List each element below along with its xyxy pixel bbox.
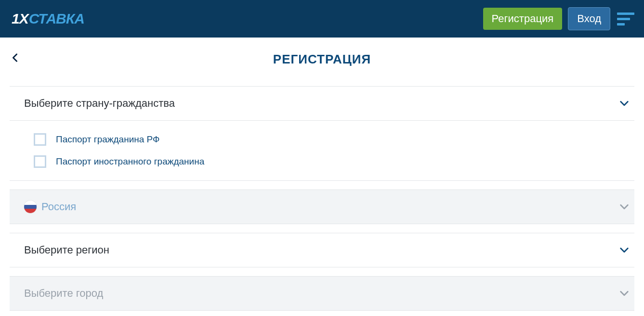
region-label: Выберите регион [24,244,109,256]
region-select[interactable]: Выберите регион [10,233,634,267]
checkbox-icon[interactable] [34,155,46,168]
page-title: РЕГИСТРАЦИЯ [10,52,634,67]
chevron-down-icon [619,288,630,299]
chevron-down-icon [619,202,630,212]
login-button[interactable]: Вход [568,7,610,30]
register-button[interactable]: Регистрация [483,8,563,30]
menu-icon[interactable] [616,10,635,27]
passport-option-foreign[interactable]: Паспорт иностранного гражданина [34,151,630,173]
passport-type-block: Паспорт гражданина РФ Паспорт иностранно… [10,121,634,181]
country-select[interactable]: Россия [10,190,634,224]
country-selected-label: Россия [41,201,76,213]
back-button[interactable] [10,51,20,68]
city-label: Выберите город [24,287,103,300]
passport-option-label: Паспорт иностранного гражданина [56,156,204,167]
page-header: РЕГИСТРАЦИЯ [0,38,644,86]
passport-option-ru[interactable]: Паспорт гражданина РФ [34,128,630,151]
chevron-left-icon [10,51,20,64]
registration-form: Выберите страну-гражданства Паспорт граж… [0,86,644,311]
logo[interactable]: 1X СТАВКА [12,11,84,27]
logo-prefix: 1X [12,11,28,27]
citizenship-select[interactable]: Выберите страну-гражданства [10,86,634,121]
citizenship-label: Выберите страну-гражданства [24,97,175,110]
chevron-down-icon [619,245,630,255]
topbar-right: Регистрация Вход [483,7,635,30]
flag-russia-icon [24,201,37,213]
logo-text: СТАВКА [29,11,84,27]
topbar: 1X СТАВКА Регистрация Вход [0,0,644,38]
passport-option-label: Паспорт гражданина РФ [56,134,160,145]
checkbox-icon[interactable] [34,133,46,146]
city-select[interactable]: Выберите город [10,276,634,311]
chevron-down-icon [619,98,630,109]
